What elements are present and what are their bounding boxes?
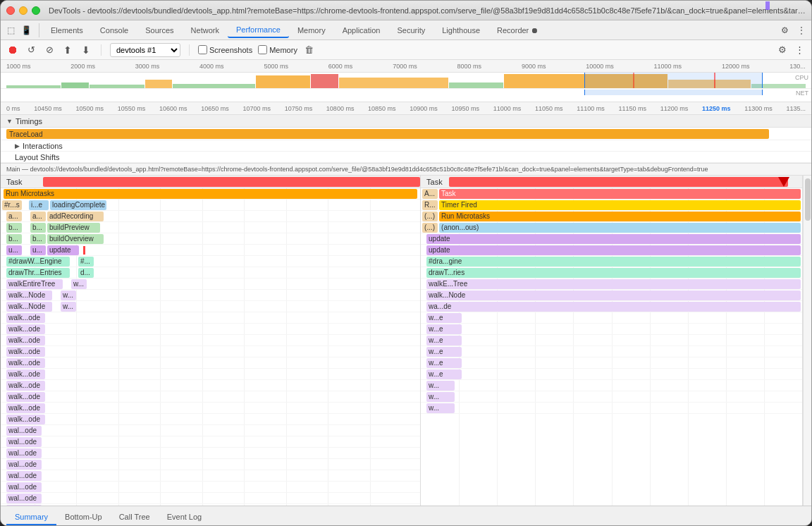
tab-sources[interactable]: Sources — [137, 23, 182, 37]
rrow-walk-node[interactable]: walk...Node — [421, 290, 802, 301]
screenshots-checkbox[interactable]: Screenshots — [198, 45, 252, 54]
entry-add-recording[interactable]: addRecording — [47, 212, 104, 221]
entry-b2[interactable]: b... — [30, 223, 46, 233]
rentry-wa-de[interactable]: wa...de — [426, 302, 801, 312]
row-4[interactable]: b... b... buildOverview — [1, 233, 420, 245]
rrow-we-1[interactable]: w...e — [421, 312, 802, 324]
tab-memory[interactable]: Memory — [289, 23, 334, 37]
maximize-button[interactable] — [32, 6, 40, 15]
entry-walode-7[interactable]: wal...ode — [6, 494, 42, 503]
row-walode-1[interactable]: wal...ode — [1, 425, 420, 436]
entry-hash-r[interactable]: #r...s — [2, 200, 22, 210]
row-walkode-5[interactable]: walk...ode — [1, 357, 420, 369]
rrow-wa-de[interactable]: wa...de — [421, 301, 802, 312]
close-button[interactable] — [6, 6, 15, 15]
timings-header[interactable]: ▼ Timings — [1, 115, 811, 128]
clear-button[interactable]: ⊘ — [43, 44, 56, 56]
rrow-a[interactable]: A... Task — [421, 188, 802, 200]
tab-summary[interactable]: Summary — [6, 510, 56, 525]
entry-w3[interactable]: w... — [61, 302, 76, 312]
rentry-r[interactable]: R... — [422, 200, 438, 210]
entry-walkode-8[interactable]: walk...ode — [6, 392, 45, 402]
row-walkode-8[interactable]: walk...ode — [1, 391, 420, 403]
rrow-r[interactable]: R... Timer Fired — [421, 200, 802, 211]
rentry-we-3[interactable]: w...e — [426, 336, 462, 345]
inspect-icon[interactable]: ⬚ — [4, 23, 18, 37]
rrow-update2[interactable]: update — [421, 245, 802, 256]
entry-walode-5[interactable]: wal...ode — [6, 471, 42, 481]
entry-w2[interactable]: w... — [61, 290, 76, 300]
entry-b3[interactable]: b... — [6, 234, 22, 244]
settings-button[interactable]: ⚙ — [776, 44, 789, 56]
row-walkode-10[interactable]: walk...ode — [1, 414, 420, 425]
entry-ie[interactable]: i...e — [29, 200, 49, 210]
row-walkode-2[interactable]: walk...ode — [1, 324, 420, 335]
tab-security[interactable]: Security — [388, 23, 433, 37]
rentry-anon[interactable]: (anon...ous) — [439, 223, 801, 233]
target-selector[interactable]: devtools #1 — [110, 43, 180, 57]
row-run-microtasks[interactable]: Run Microtasks — [1, 188, 420, 200]
rentry-w-3[interactable]: w... — [426, 403, 455, 413]
row-update[interactable]: u... u... update — [1, 245, 420, 256]
entry-walkode-7[interactable]: walk...ode — [6, 381, 45, 391]
entry-b4[interactable]: b... — [30, 234, 46, 244]
rrow-we-3[interactable]: w...e — [421, 335, 802, 346]
rrow-w-3[interactable]: w... — [421, 403, 802, 414]
rentry-draw-gine[interactable]: #dra...gine — [426, 257, 801, 267]
entry-w1[interactable]: w... — [71, 279, 87, 289]
tab-lighthouse[interactable]: Lighthouse — [433, 23, 488, 37]
memory-checkbox[interactable]: Memory — [258, 45, 297, 54]
entry-walode-8[interactable]: wal...ode — [6, 505, 42, 506]
tab-network[interactable]: Network — [183, 23, 228, 37]
row-1[interactable]: #r...s i...e loadingComplete — [1, 200, 420, 211]
rrow-we-4[interactable]: w...e — [421, 346, 802, 357]
rentry-we-5[interactable]: w...e — [426, 358, 462, 368]
left-flame-rows[interactable]: Run Microtasks #r...s i...e loadingCompl… — [1, 188, 420, 506]
row-walode-7[interactable]: wal...ode — [1, 493, 420, 504]
entry-walk-node-2[interactable]: walk...Node — [6, 302, 52, 312]
rentry-update1[interactable]: update — [426, 234, 801, 244]
row-walode-8[interactable]: wal...ode — [1, 504, 420, 506]
rentry-run-microtasks[interactable]: Run Microtasks — [439, 212, 801, 221]
tab-bottom-up[interactable]: Bottom-Up — [56, 510, 111, 525]
entry-walode-4[interactable]: wal...ode — [6, 460, 42, 470]
rrow-draw-gine[interactable]: #dra...gine — [421, 256, 802, 267]
rentry-we-2[interactable]: w...e — [426, 324, 462, 334]
row-walkode-1[interactable]: walk...ode — [1, 312, 420, 324]
entry-a2[interactable]: a... — [30, 212, 46, 221]
row-walkode-6[interactable]: walk...ode — [1, 369, 420, 380]
download-button[interactable]: ⬇ — [80, 44, 92, 56]
entry-walkode-4[interactable]: walk...ode — [6, 347, 45, 357]
row-walode-6[interactable]: wal...ode — [1, 482, 420, 493]
rentry-ellip2[interactable]: (...) — [422, 223, 438, 233]
entry-build-preview[interactable]: buildPreview — [47, 223, 100, 233]
entry-walkode-1[interactable]: walk...ode — [6, 313, 45, 323]
rrow-draw-ries[interactable]: drawT...ries — [421, 267, 802, 279]
row-draw-engine[interactable]: #drawW...Engine #... — [1, 256, 420, 267]
rentry-walk-node[interactable]: walk...Node — [426, 290, 801, 300]
rrow-update1[interactable]: update — [421, 233, 802, 245]
rrow-w-1[interactable]: w... — [421, 380, 802, 391]
row-walode-2[interactable]: wal...ode — [1, 436, 420, 448]
device-icon[interactable]: 📱 — [19, 23, 33, 37]
entry-walode-6[interactable]: wal...ode — [6, 482, 42, 492]
entry-walk-entire[interactable]: walkEntireTree — [6, 279, 63, 289]
entry-loading-complete[interactable]: loadingComplete — [50, 200, 106, 210]
entry-walkode-10[interactable]: walk...ode — [6, 415, 45, 424]
vertical-scrollbar[interactable] — [803, 176, 811, 506]
entry-run-microtasks[interactable]: Run Microtasks — [4, 189, 417, 199]
upload-button[interactable]: ⬆ — [61, 44, 74, 56]
settings-icon[interactable]: ⚙ — [777, 23, 792, 37]
tab-recorder[interactable]: Recorder ⏺ — [488, 23, 547, 37]
entry-u2[interactable]: u... — [30, 245, 46, 255]
row-walode-5[interactable]: wal...ode — [1, 470, 420, 482]
row-walkode-3[interactable]: walk...ode — [1, 335, 420, 346]
entry-walkode-6[interactable]: walk...ode — [6, 369, 45, 379]
rentry-w-1[interactable]: w... — [426, 381, 455, 391]
tab-elements[interactable]: Elements — [42, 23, 92, 37]
record-button[interactable]: ⏺ — [6, 44, 19, 56]
entry-b1[interactable]: b... — [6, 223, 22, 233]
entry-walkode-2[interactable]: walk...ode — [6, 324, 45, 334]
rrow-anon[interactable]: (...) (anon...ous) — [421, 222, 802, 233]
interactions-row[interactable]: ▶ Interactions — [1, 140, 811, 152]
